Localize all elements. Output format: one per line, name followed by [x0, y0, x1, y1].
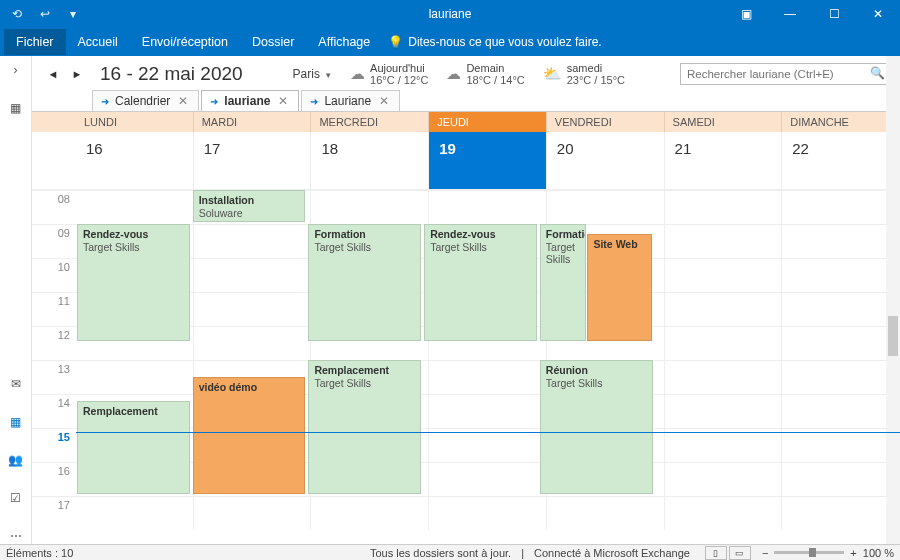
time-cell[interactable] [782, 428, 900, 462]
time-cell[interactable] [665, 224, 783, 258]
calendar-tab[interactable]: ➜Lauriane✕ [301, 90, 400, 111]
time-cell[interactable] [782, 258, 900, 292]
close-icon[interactable]: ✕ [379, 94, 389, 108]
qat-customize-icon[interactable]: ▾ [62, 3, 84, 25]
time-cell[interactable] [194, 326, 312, 360]
day-header: MARDI [194, 112, 312, 132]
day-header: LUNDI [76, 112, 194, 132]
ribbon-tab-dossier[interactable]: Dossier [240, 29, 306, 55]
vertical-scrollbar[interactable] [886, 56, 900, 544]
rail-calendar-mini-icon[interactable]: ▦ [7, 100, 25, 116]
zoom-slider[interactable] [774, 551, 844, 554]
calendar-tab[interactable]: ➜Calendrier✕ [92, 90, 199, 111]
view-normal-button[interactable]: ▯ [705, 546, 727, 560]
date-range: 16 - 22 mai 2020 [100, 63, 243, 85]
search-input[interactable] [680, 63, 890, 85]
rail-collapse-icon[interactable]: › [7, 62, 25, 78]
search-icon[interactable]: 🔍 [870, 66, 885, 80]
time-cell[interactable] [76, 190, 194, 224]
day-number[interactable]: 20 [547, 132, 665, 190]
day-number[interactable]: 17 [194, 132, 312, 190]
calendar-event[interactable]: FormationTarget Skills [540, 224, 587, 341]
ribbon-tab-accueil[interactable]: Accueil [66, 29, 130, 55]
rail-mail-icon[interactable]: ✉ [7, 376, 25, 392]
close-button[interactable]: ✕ [856, 0, 900, 28]
time-cell[interactable] [665, 360, 783, 394]
day-number[interactable]: 16 [76, 132, 194, 190]
time-cell[interactable] [665, 190, 783, 224]
time-cell[interactable] [194, 496, 312, 530]
calendar-event[interactable]: RéunionTarget Skills [540, 360, 653, 494]
calendar-event[interactable]: RemplacementTarget Skills [308, 360, 421, 494]
weather-city[interactable]: Paris ▼ [293, 67, 332, 81]
close-icon[interactable]: ✕ [278, 94, 288, 108]
time-cell[interactable] [782, 360, 900, 394]
time-cell[interactable] [429, 496, 547, 530]
time-cell[interactable] [194, 258, 312, 292]
ribbon-tab-file[interactable]: Fichier [4, 29, 66, 55]
ribbon-tab-envoi/réception[interactable]: Envoi/réception [130, 29, 240, 55]
hour-label: 12 [32, 326, 76, 360]
maximize-button[interactable]: ☐ [812, 0, 856, 28]
time-cell[interactable] [547, 496, 665, 530]
prev-week-button[interactable]: ◄ [46, 68, 60, 80]
rail-more-icon[interactable]: ⋯ [7, 528, 25, 544]
calendar-event[interactable]: Site Web [587, 234, 651, 341]
hour-label: 15 [32, 428, 76, 462]
calendar-event[interactable]: Rendez-vousTarget Skills [77, 224, 190, 341]
qat-undo-icon[interactable]: ↩ [34, 3, 56, 25]
day-number[interactable]: 18 [311, 132, 429, 190]
time-cell[interactable] [782, 326, 900, 360]
time-cell[interactable] [782, 496, 900, 530]
time-cell[interactable] [429, 394, 547, 428]
search-box[interactable]: 🔍 [680, 63, 890, 85]
calendar-event[interactable]: InstallationSoluware [193, 190, 306, 222]
time-cell[interactable] [76, 496, 194, 530]
day-number[interactable]: 22 [782, 132, 900, 190]
time-cell[interactable] [311, 496, 429, 530]
time-cell[interactable] [665, 496, 783, 530]
time-cell[interactable] [665, 428, 783, 462]
time-cell[interactable] [665, 394, 783, 428]
time-cell[interactable] [665, 292, 783, 326]
time-cell[interactable] [429, 360, 547, 394]
calendar-tab[interactable]: ➜lauriane✕ [201, 90, 299, 111]
calendar-event[interactable]: FormationTarget Skills [308, 224, 421, 341]
time-cell[interactable] [429, 190, 547, 224]
calendar-event[interactable]: Rendez-vousTarget Skills [424, 224, 537, 341]
time-cell[interactable] [665, 326, 783, 360]
time-cell[interactable] [782, 190, 900, 224]
rail-people-icon[interactable]: 👥 [7, 452, 25, 468]
qat-send-receive-icon[interactable]: ⟲ [6, 3, 28, 25]
time-cell[interactable] [782, 462, 900, 496]
rail-tasks-icon[interactable]: ☑ [7, 490, 25, 506]
minimize-button[interactable]: ― [768, 0, 812, 28]
day-number[interactable]: 21 [665, 132, 783, 190]
time-cell[interactable] [782, 394, 900, 428]
scrollbar-thumb[interactable] [888, 316, 898, 356]
calendar-tabs: ➜Calendrier✕➜lauriane✕➜Lauriane✕ [32, 90, 900, 111]
zoom-in-button[interactable]: + [850, 547, 856, 559]
time-cell[interactable] [782, 292, 900, 326]
next-week-button[interactable]: ► [70, 68, 84, 80]
close-icon[interactable]: ✕ [178, 94, 188, 108]
time-cell[interactable] [429, 462, 547, 496]
time-cell[interactable] [665, 258, 783, 292]
time-cell[interactable] [194, 224, 312, 258]
rail-calendar-icon[interactable]: ▦ [7, 414, 25, 430]
time-cell[interactable] [547, 190, 665, 224]
calendar-event[interactable]: vidéo démo [193, 377, 306, 494]
view-reading-button[interactable]: ▭ [729, 546, 751, 560]
calendar-event[interactable]: Remplacement [77, 401, 190, 494]
time-cell[interactable] [76, 360, 194, 394]
time-cell[interactable] [311, 190, 429, 224]
time-cell[interactable] [782, 224, 900, 258]
ribbon-options-icon[interactable]: ▣ [724, 0, 768, 28]
time-cell[interactable] [429, 428, 547, 462]
zoom-out-button[interactable]: − [762, 547, 768, 559]
tell-me[interactable]: 💡 Dites-nous ce que vous voulez faire. [388, 35, 601, 49]
time-cell[interactable] [665, 462, 783, 496]
ribbon-tab-affichage[interactable]: Affichage [306, 29, 382, 55]
day-number[interactable]: 19 [429, 132, 547, 190]
time-cell[interactable] [194, 292, 312, 326]
